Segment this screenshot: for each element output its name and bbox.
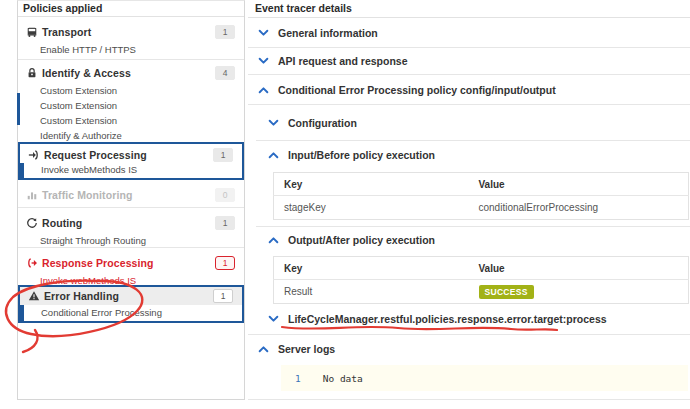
warning-icon xyxy=(28,290,40,302)
output-key-value-table: Key Value Result SUCCESS xyxy=(273,256,689,304)
policy-item-custom-extension-1[interactable]: Custom Extension xyxy=(18,83,244,98)
transport-count-badge: 1 xyxy=(215,25,235,39)
policy-section-routing: Routing 1 Straight Through Routing xyxy=(18,207,244,247)
accordion-server-logs[interactable]: Server logs xyxy=(248,335,690,363)
executed-policy-accent xyxy=(17,93,20,125)
chevron-down-icon xyxy=(268,119,279,127)
table-header-row: Key Value xyxy=(274,257,689,280)
policy-section-response-processing: Response Processing 1 Invoke webMethods … xyxy=(18,247,244,285)
lock-icon xyxy=(26,67,38,79)
arrow-out-icon xyxy=(26,257,38,269)
transport-label: Transport xyxy=(42,26,215,38)
success-status-badge: SUCCESS xyxy=(479,285,534,299)
event-tracer-screen: Policies applied Transport 1 Enable HTTP… xyxy=(0,0,690,409)
chevron-up-icon xyxy=(268,151,279,159)
policy-item-enable-http[interactable]: Enable HTTP / HTTPS xyxy=(18,42,244,57)
value-column-header: Value xyxy=(469,257,689,280)
policy-section-error-handling: Error Handling 1 Conditional Error Proce… xyxy=(18,285,244,323)
accordion-api-request-response[interactable]: API request and response xyxy=(248,48,690,75)
policy-item-custom-extension-3[interactable]: Custom Extension xyxy=(18,113,244,128)
policies-applied-panel: Policies applied Transport 1 Enable HTTP… xyxy=(17,0,245,400)
chevron-up-icon xyxy=(268,236,279,244)
general-information-label: General information xyxy=(278,27,378,39)
bus-icon xyxy=(26,26,38,38)
server-logs-label: Server logs xyxy=(278,343,335,355)
server-logs-code-block: 1 No data xyxy=(281,365,688,391)
key-column-header: Key xyxy=(274,173,469,196)
response-processing-label: Response Processing xyxy=(42,257,215,269)
accordion-general-information[interactable]: General information xyxy=(248,18,690,48)
accordion-configuration[interactable]: Configuration xyxy=(256,105,690,140)
input-key-value-table: Key Value stageKey conditionalErrorProce… xyxy=(273,172,689,220)
traffic-monitoring-count-badge: 0 xyxy=(215,188,235,202)
policy-item-invoke-webmethods-response[interactable]: Invoke webMethods IS xyxy=(18,273,244,285)
policy-item-straight-through-routing[interactable]: Straight Through Routing xyxy=(18,233,244,247)
policy-section-transport: Transport 1 Enable HTTP / HTTPS xyxy=(18,17,244,59)
traffic-monitoring-header[interactable]: Traffic Monitoring 0 xyxy=(18,185,244,205)
policy-item-conditional-error-processing[interactable]: Conditional Error Processing xyxy=(20,305,242,321)
request-processing-count-badge: 1 xyxy=(213,148,233,162)
policy-section-request-processing: Request Processing 1 Invoke webMethods I… xyxy=(18,142,244,180)
configuration-wrap: Configuration xyxy=(256,105,690,141)
accordion-lifecycle-manager[interactable]: LifeCycleManager.restful.policies.respon… xyxy=(248,304,690,335)
accordion-output-after-policy[interactable]: Output/After policy execution xyxy=(248,227,690,253)
policy-item-identify-authorize[interactable]: Identify & Authorize xyxy=(18,128,244,142)
table-row: stageKey conditionalErrorProcessing xyxy=(274,196,689,220)
event-tracer-details-title: Event tracer details xyxy=(248,0,690,18)
value-cell: SUCCESS xyxy=(469,280,689,304)
routing-count-badge: 1 xyxy=(215,216,235,230)
log-line-text: No data xyxy=(323,373,363,384)
arrow-in-icon xyxy=(28,149,40,161)
chevron-down-icon xyxy=(258,29,269,37)
chevron-down-icon xyxy=(268,315,279,323)
key-column-header: Key xyxy=(274,257,469,280)
event-tracer-details-panel: Event tracer details General information… xyxy=(248,0,690,409)
chevron-up-icon xyxy=(258,86,269,94)
log-line-number: 1 xyxy=(295,373,301,384)
identify-access-label: Identify & Access xyxy=(42,67,215,79)
bar-chart-icon xyxy=(26,189,38,201)
policy-item-invoke-webmethods-request[interactable]: Invoke webMethods IS xyxy=(20,163,242,178)
identify-access-header[interactable]: Identify & Access 4 xyxy=(18,63,244,83)
error-handling-label: Error Handling xyxy=(44,290,213,302)
policies-applied-title: Policies applied xyxy=(18,1,244,17)
identify-access-count-badge: 4 xyxy=(215,66,235,80)
value-column-header: Value xyxy=(469,173,689,196)
key-cell: Result xyxy=(274,280,469,304)
lifecycle-manager-label: LifeCycleManager.restful.policies.respon… xyxy=(288,313,607,325)
chevron-up-icon xyxy=(258,345,269,353)
response-processing-header[interactable]: Response Processing 1 xyxy=(18,253,244,273)
response-processing-count-badge: 1 xyxy=(215,256,235,270)
api-request-response-label: API request and response xyxy=(278,55,408,67)
conditional-error-processing-label: Conditional Error Processing policy conf… xyxy=(278,84,556,96)
table-header-row: Key Value xyxy=(274,173,689,196)
divider xyxy=(248,399,690,400)
key-cell: stageKey xyxy=(274,196,469,220)
chevron-down-icon xyxy=(258,57,269,65)
routing-header[interactable]: Routing 1 xyxy=(18,213,244,233)
table-row: Result SUCCESS xyxy=(274,280,689,304)
value-cell: conditionalErrorProcessing xyxy=(469,196,689,220)
sync-icon xyxy=(26,217,38,229)
policy-item-custom-extension-2[interactable]: Custom Extension xyxy=(18,98,244,113)
routing-label: Routing xyxy=(42,217,215,229)
request-processing-header[interactable]: Request Processing 1 xyxy=(20,144,242,163)
output-after-policy-label: Output/After policy execution xyxy=(288,234,435,246)
traffic-monitoring-label: Traffic Monitoring xyxy=(42,189,215,201)
policy-section-identify-access: Identify & Access 4 Custom Extension Cus… xyxy=(18,59,244,142)
error-handling-count-badge: 1 xyxy=(213,289,233,303)
accordion-conditional-error-processing[interactable]: Conditional Error Processing policy conf… xyxy=(248,75,690,105)
transport-header[interactable]: Transport 1 xyxy=(18,22,244,42)
accordion-input-before-policy[interactable]: Input/Before policy execution xyxy=(248,141,690,169)
error-handling-header[interactable]: Error Handling 1 xyxy=(20,287,242,305)
configuration-label: Configuration xyxy=(288,117,357,129)
policy-section-traffic-monitoring: Traffic Monitoring 0 xyxy=(18,180,244,207)
input-before-policy-label: Input/Before policy execution xyxy=(288,149,435,161)
request-processing-label: Request Processing xyxy=(44,149,213,161)
